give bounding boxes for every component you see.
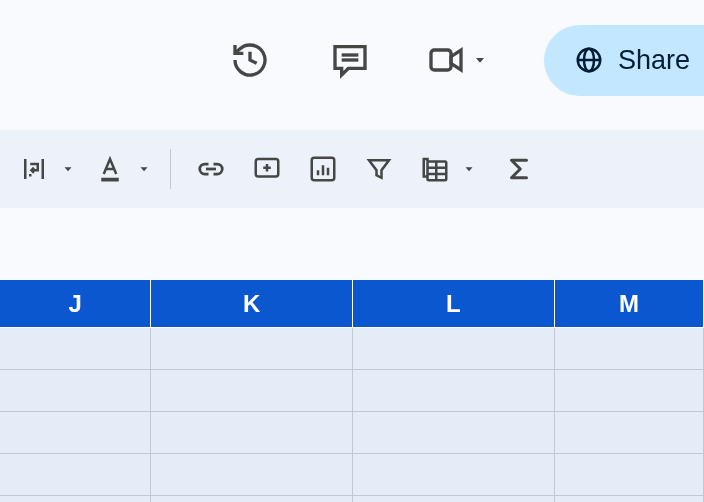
- column-header[interactable]: L: [353, 280, 555, 328]
- text-wrap-icon: [19, 154, 49, 184]
- svg-rect-2: [431, 50, 451, 70]
- add-comment-icon: [252, 154, 282, 184]
- svg-marker-14: [141, 167, 148, 171]
- svg-marker-28: [466, 167, 473, 171]
- rows: [0, 328, 704, 502]
- table-row[interactable]: [0, 370, 704, 412]
- insert-chart-icon: [308, 154, 338, 184]
- column-header[interactable]: M: [555, 280, 704, 328]
- cell[interactable]: [353, 454, 555, 496]
- table-row[interactable]: [0, 454, 704, 496]
- cell[interactable]: [151, 412, 353, 454]
- meet-button[interactable]: [426, 40, 488, 80]
- table-view-icon: [420, 154, 450, 184]
- text-wrap-tool[interactable]: [10, 145, 78, 193]
- add-comment-button[interactable]: [243, 145, 291, 193]
- chevron-down-icon[interactable]: [58, 162, 78, 176]
- insert-chart-button[interactable]: [299, 145, 347, 193]
- share-label: Share: [618, 45, 690, 76]
- cell[interactable]: [353, 412, 555, 454]
- svg-marker-23: [369, 160, 389, 178]
- functions-button[interactable]: [495, 145, 543, 193]
- column-headers: J K L M: [0, 280, 704, 328]
- comments-icon[interactable]: [326, 36, 374, 84]
- cell[interactable]: [555, 412, 704, 454]
- cell[interactable]: [0, 412, 151, 454]
- cell[interactable]: [0, 454, 151, 496]
- svg-rect-13: [101, 178, 119, 182]
- cell[interactable]: [0, 496, 151, 502]
- insert-link-button[interactable]: [187, 145, 235, 193]
- video-icon: [426, 40, 466, 80]
- cell[interactable]: [555, 454, 704, 496]
- cell[interactable]: [151, 328, 353, 370]
- column-header[interactable]: J: [0, 280, 151, 328]
- cell[interactable]: [151, 454, 353, 496]
- cell[interactable]: [0, 328, 151, 370]
- table-row[interactable]: [0, 496, 704, 502]
- column-header[interactable]: K: [151, 280, 353, 328]
- sigma-icon: [504, 154, 534, 184]
- share-button[interactable]: Share: [544, 25, 704, 96]
- chevron-down-icon: [472, 52, 488, 68]
- cell[interactable]: [151, 370, 353, 412]
- cell[interactable]: [555, 496, 704, 502]
- text-color-tool[interactable]: [86, 145, 154, 193]
- svg-marker-11: [65, 167, 72, 171]
- separator: [170, 149, 171, 189]
- globe-icon: [574, 45, 604, 75]
- history-icon[interactable]: [226, 36, 274, 84]
- svg-marker-4: [476, 58, 484, 63]
- table-row[interactable]: [0, 412, 704, 454]
- spreadsheet-grid[interactable]: J K L M: [0, 280, 704, 502]
- title-bar-actions: Share: [0, 0, 704, 120]
- cell[interactable]: [353, 328, 555, 370]
- filter-button[interactable]: [355, 145, 403, 193]
- cell[interactable]: [555, 370, 704, 412]
- cell[interactable]: [151, 496, 353, 502]
- link-icon: [196, 154, 226, 184]
- cell[interactable]: [555, 328, 704, 370]
- table-row[interactable]: [0, 328, 704, 370]
- filter-icon: [364, 154, 394, 184]
- text-color-icon: [95, 154, 125, 184]
- chevron-down-icon[interactable]: [459, 162, 479, 176]
- cell[interactable]: [353, 370, 555, 412]
- cell[interactable]: [353, 496, 555, 502]
- cell[interactable]: [0, 370, 151, 412]
- toolbar: [0, 130, 704, 208]
- chevron-down-icon[interactable]: [134, 162, 154, 176]
- table-view-tool[interactable]: [411, 145, 479, 193]
